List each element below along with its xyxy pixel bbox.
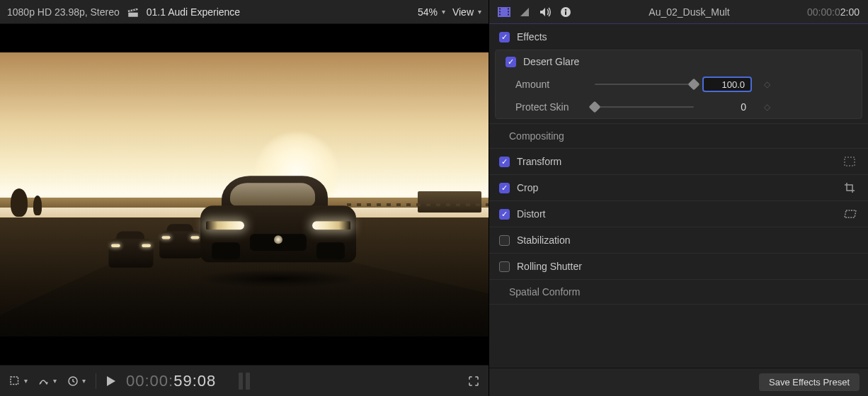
viewer-canvas[interactable] <box>0 24 489 365</box>
param-protect-row: Protect Skin 0 ◇ <box>496 96 862 118</box>
preview-image <box>0 52 489 336</box>
view-dropdown[interactable]: View ▾ <box>452 6 481 18</box>
stabilization-row[interactable]: Stabilization <box>489 227 868 253</box>
fullscreen-button[interactable] <box>467 375 480 387</box>
amount-slider[interactable] <box>595 79 694 89</box>
svg-point-12 <box>565 9 567 11</box>
svg-rect-14 <box>845 157 855 166</box>
compositing-label: Compositing <box>509 130 564 142</box>
inspector-clip-name: Au_02_Dusk_Mult <box>580 6 799 18</box>
svg-rect-5 <box>499 8 501 9</box>
viewer-timecode[interactable]: 00:00:59:08 <box>126 372 216 390</box>
effects-section-header[interactable]: Effects <box>489 24 868 50</box>
svg-rect-8 <box>508 8 509 9</box>
transform-icon[interactable] <box>844 157 858 166</box>
svg-rect-7 <box>499 13 501 15</box>
svg-rect-0 <box>11 377 18 385</box>
param-amount-row: Amount 100.0 ◇ <box>496 73 862 96</box>
protect-slider[interactable] <box>595 102 694 112</box>
param-protect-label: Protect Skin <box>515 101 586 113</box>
stabilization-checkbox[interactable] <box>499 235 510 246</box>
app-root: 1080p HD 23.98p, Stereo 01.1 Audi Experi… <box>0 0 868 396</box>
crop-checkbox[interactable] <box>499 183 510 193</box>
distort-checkbox[interactable] <box>499 209 510 220</box>
param-amount-label: Amount <box>515 79 586 90</box>
chevron-down-icon: ▾ <box>478 8 481 16</box>
retime-tool-dropdown[interactable]: ▾ <box>67 375 86 387</box>
clip-title: 01.1 Audi Experience <box>147 6 411 18</box>
inspector-panel: Au_02_Dusk_Mult 00:00:02:00 Effects Dese… <box>489 0 868 396</box>
protect-value[interactable]: 0 <box>702 101 752 113</box>
rolling-label: Rolling Shutter <box>517 261 582 272</box>
play-button[interactable] <box>106 375 116 387</box>
spatial-label: Spatial Conform <box>509 286 580 298</box>
transform-label: Transform <box>517 156 561 167</box>
svg-rect-6 <box>499 11 501 12</box>
svg-rect-10 <box>508 13 509 15</box>
viewer-panel: 1080p HD 23.98p, Stereo 01.1 Audi Experi… <box>0 0 489 396</box>
chevron-down-icon: ▾ <box>82 377 86 385</box>
tab-info[interactable] <box>560 6 571 18</box>
letterbox-bottom <box>0 336 489 365</box>
audio-meter-l <box>239 373 243 390</box>
effect-header[interactable]: Desert Glare <box>496 50 862 73</box>
distort-label: Distort <box>517 208 545 220</box>
crop-tool-dropdown[interactable]: ▾ <box>8 375 28 387</box>
view-label: View <box>452 6 474 18</box>
spatial-conform-row[interactable]: Spatial Conform <box>489 280 868 304</box>
svg-rect-9 <box>508 11 509 12</box>
inspector-body: Effects Desert Glare Amount 100.0 <box>489 24 868 368</box>
letterbox-top <box>0 24 489 52</box>
stabilization-label: Stabilization <box>517 234 571 246</box>
chevron-down-icon: ▾ <box>24 377 28 385</box>
tab-audio[interactable] <box>539 6 552 18</box>
effect-desert-glare: Desert Glare Amount 100.0 ◇ Protect Skin <box>495 50 862 119</box>
inspector-bottom-bar: Save Effects Preset <box>489 368 868 396</box>
timecode-prefix: 00:00:0 <box>807 6 840 18</box>
keyframe-icon[interactable]: ◇ <box>760 79 773 89</box>
inspector-tabs <box>498 6 571 18</box>
distort-icon[interactable] <box>844 210 858 218</box>
keyframe-icon[interactable]: ◇ <box>760 102 773 112</box>
audio-meters <box>239 373 250 390</box>
amount-value-input[interactable]: 100.0 <box>702 77 752 92</box>
viewer-bottom-bar: ▾ ▾ ▾ 00:00:59:08 <box>0 365 489 396</box>
rolling-shutter-checkbox[interactable] <box>499 261 510 272</box>
effect-name: Desert Glare <box>523 56 579 67</box>
compositing-header[interactable]: Compositing <box>489 124 868 148</box>
video-format: 1080p HD 23.98p, Stereo <box>7 6 120 18</box>
svg-point-2 <box>46 382 47 383</box>
transform-checkbox[interactable] <box>499 157 510 167</box>
zoom-dropdown[interactable]: 54% ▾ <box>418 6 445 18</box>
chevron-down-icon: ▾ <box>53 377 57 385</box>
inspector-timecode: 00:00:02:00 <box>807 6 860 18</box>
svg-point-1 <box>40 382 41 383</box>
tab-color[interactable] <box>519 6 530 18</box>
transform-row[interactable]: Transform <box>489 149 868 174</box>
inspector-top-bar: Au_02_Dusk_Mult 00:00:02:00 <box>489 0 868 24</box>
svg-rect-13 <box>565 11 566 15</box>
effects-checkbox[interactable] <box>499 32 510 43</box>
zoom-value: 54% <box>418 6 438 18</box>
color-tool-dropdown[interactable]: ▾ <box>38 375 57 387</box>
crop-label: Crop <box>517 182 538 193</box>
timecode-main: 2:00 <box>840 6 860 18</box>
clapper-icon <box>127 6 139 18</box>
crop-row[interactable]: Crop <box>489 175 868 200</box>
timecode-prefix: 00:00: <box>126 372 173 390</box>
distort-row[interactable]: Distort <box>489 201 868 227</box>
chevron-down-icon: ▾ <box>442 8 445 16</box>
crop-icon[interactable] <box>844 182 858 193</box>
viewer-top-bar: 1080p HD 23.98p, Stereo 01.1 Audi Experi… <box>0 0 489 24</box>
effect-enable-checkbox[interactable] <box>506 57 516 67</box>
audio-meter-r <box>246 373 250 390</box>
separator <box>96 373 96 389</box>
effects-label: Effects <box>517 31 547 43</box>
timecode-main: 59:08 <box>173 372 216 390</box>
save-effects-preset-button[interactable]: Save Effects Preset <box>759 373 860 391</box>
rolling-shutter-row[interactable]: Rolling Shutter <box>489 254 868 279</box>
tab-video[interactable] <box>498 7 510 17</box>
